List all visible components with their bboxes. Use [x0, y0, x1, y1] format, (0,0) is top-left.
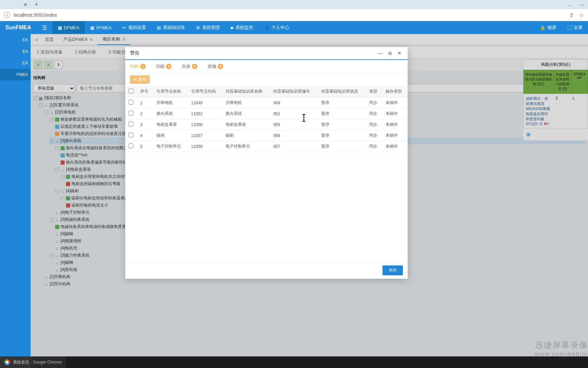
- col-kbname: 对应基础知识库名称: [222, 86, 270, 97]
- cell-kbname: 换向系统: [222, 108, 270, 119]
- modal-tab-action[interactable]: 措施3: [208, 62, 223, 71]
- left-sidebar: EA EA EA FMEA: [0, 34, 31, 368]
- cell-status: 暂存: [318, 97, 366, 108]
- table-row[interactable]: 5 电子控制单元 11058 电子控制单元 957 暂存 同步 未操作: [125, 141, 408, 152]
- cell-code: 11052: [188, 108, 222, 119]
- cell-type: 同步: [366, 141, 382, 152]
- cell-name: 碳刷: [153, 130, 187, 141]
- sidebar-item[interactable]: FMEA: [0, 69, 31, 80]
- browser-tab-bar: ✕ + ⌄ —: [0, 0, 588, 9]
- col-op: 操作类型: [382, 86, 408, 97]
- warning-dialog: 警告 — ⧉ ✕ 结构5 功能4 失效4 措施3 ✈发布 序号 引用节点名称 引…: [125, 47, 408, 279]
- table-row[interactable]: 4 碳刷 11057 碳刷 956 暂存 同步 未操作: [125, 130, 408, 141]
- menu-toggle-icon[interactable]: ☰: [37, 25, 52, 31]
- cell-status: 暂存: [318, 141, 366, 152]
- cell-status: 暂存: [318, 119, 366, 130]
- cell-seq: 3: [137, 119, 153, 130]
- cell-code: 11057: [188, 130, 222, 141]
- nav-monitor[interactable]: ■系统监控: [225, 21, 259, 34]
- site-info-icon[interactable]: i: [4, 12, 10, 18]
- close-icon[interactable]: ✕: [396, 50, 403, 57]
- modal-tab-function[interactable]: 功能4: [156, 62, 172, 71]
- cell-op: 未操作: [382, 97, 408, 108]
- cell-status: 暂存: [318, 130, 366, 141]
- col-name: 引用节点名称: [153, 86, 187, 97]
- modal-tab-structure[interactable]: 结构5: [130, 62, 146, 71]
- cell-kbname: 碳刷: [222, 130, 270, 141]
- nav-pfmea[interactable]: ▦PFMEA: [85, 21, 117, 34]
- table-row[interactable]: 3 电刷盒基座 11056 电刷盒基座 955 暂存 同步 未操作: [125, 119, 408, 130]
- cell-seq: 1: [137, 97, 153, 108]
- cell-op: 未操作: [382, 130, 408, 141]
- scissors-icon: ✂: [122, 25, 126, 30]
- text-cursor: [304, 115, 304, 121]
- nav-dfmea[interactable]: ▦DFMEA: [52, 21, 85, 34]
- nav-system[interactable]: ⚙系统管理: [191, 21, 225, 34]
- row-checkbox[interactable]: [129, 143, 133, 148]
- lock-icon: 🔒: [540, 25, 545, 30]
- modal-tab-failure[interactable]: 失效4: [182, 62, 197, 71]
- table-row[interactable]: 2 换向系统 11052 换向系统 952 暂存 同步 未操作: [125, 108, 408, 119]
- app-logo: SunFMEA: [0, 25, 37, 31]
- nav-personal[interactable]: 👤个人中心: [259, 21, 295, 34]
- cell-op: 未操作: [382, 108, 408, 119]
- fullscreen-icon: ⛶: [567, 25, 572, 30]
- select-all-checkbox[interactable]: [129, 89, 133, 93]
- cell-name: 升降电机: [153, 97, 187, 108]
- row-checkbox[interactable]: [129, 122, 133, 126]
- cell-code: 11058: [188, 141, 222, 152]
- cell-code: 11049: [188, 97, 222, 108]
- address-bar: i localhost:9091/index ⇪ ☆: [0, 9, 588, 21]
- cell-seq: 4: [137, 130, 153, 141]
- cell-kbname: 升降电机: [222, 97, 270, 108]
- cell-name: 电刷盒基座: [153, 119, 187, 130]
- col-seq: 序号: [137, 86, 153, 97]
- row-checkbox[interactable]: [129, 100, 133, 105]
- share-icon[interactable]: ⇪: [569, 12, 574, 18]
- dialog-title: 警告: [130, 50, 374, 56]
- cell-op: 未操作: [382, 141, 408, 152]
- cell-type: 同步: [366, 108, 382, 119]
- fullscreen-button[interactable]: ⛶全屏: [562, 21, 588, 34]
- col-status: 对应基础知识库状态: [318, 86, 366, 97]
- cell-op: 未操作: [382, 119, 408, 130]
- nav-rules[interactable]: ✂规则设置: [117, 21, 151, 34]
- cell-type: 同步: [366, 97, 382, 108]
- top-nav: SunFMEA ☰ ▦DFMEA ▦PFMEA ✂规则设置 ▤基础知识库 ⚙系统…: [0, 21, 588, 34]
- warning-table: 序号 引用节点名称 引用节点代码 对应基础知识库名称 对应基础知识库编号 对应基…: [125, 86, 408, 152]
- dialog-close-button[interactable]: 关闭: [382, 265, 403, 275]
- tab-close-icon[interactable]: ✕: [23, 2, 28, 7]
- publish-button[interactable]: ✈发布: [130, 75, 150, 84]
- cell-kbname: 电子控制单元: [222, 141, 270, 152]
- cell-kbid: 957: [270, 141, 318, 152]
- cell-kbid: 956: [270, 130, 318, 141]
- url-text[interactable]: localhost:9091/index: [14, 12, 569, 18]
- sidebar-item[interactable]: EA: [0, 46, 31, 57]
- table-row[interactable]: 1 升降电机 11049 升降电机 949 暂存 同步 未操作: [125, 97, 408, 108]
- lock-button[interactable]: 🔒锁屏: [535, 21, 562, 34]
- cell-seq: 2: [137, 108, 153, 119]
- maximize-icon[interactable]: ⧉: [387, 50, 393, 57]
- minimize-icon[interactable]: —: [377, 50, 384, 57]
- col-type: 类型: [366, 86, 382, 97]
- window-dropdown-icon[interactable]: ⌄: [564, 0, 576, 9]
- cell-type: 同步: [366, 119, 382, 130]
- chrome-icon: [4, 359, 10, 365]
- grid-icon: ▦: [58, 25, 62, 30]
- row-checkbox[interactable]: [129, 111, 133, 116]
- cell-kbid: 952: [270, 108, 318, 119]
- sidebar-item[interactable]: EA: [0, 34, 31, 46]
- user-icon: 👤: [264, 25, 270, 30]
- window-minimize-icon[interactable]: —: [576, 0, 588, 9]
- bookmark-icon[interactable]: ☆: [579, 12, 584, 18]
- camera-icon: ■: [231, 25, 233, 30]
- grid-icon: ▦: [90, 25, 94, 30]
- cell-kbid: 949: [270, 97, 318, 108]
- col-kbid: 对应基础知识库编号: [270, 86, 318, 97]
- sidebar-item[interactable]: EA: [0, 57, 31, 69]
- row-checkbox[interactable]: [129, 133, 133, 137]
- cell-type: 同步: [366, 130, 382, 141]
- cell-status: 暂存: [318, 108, 366, 119]
- new-tab-icon[interactable]: +: [35, 1, 38, 8]
- nav-knowledge[interactable]: ▤基础知识库: [151, 21, 191, 34]
